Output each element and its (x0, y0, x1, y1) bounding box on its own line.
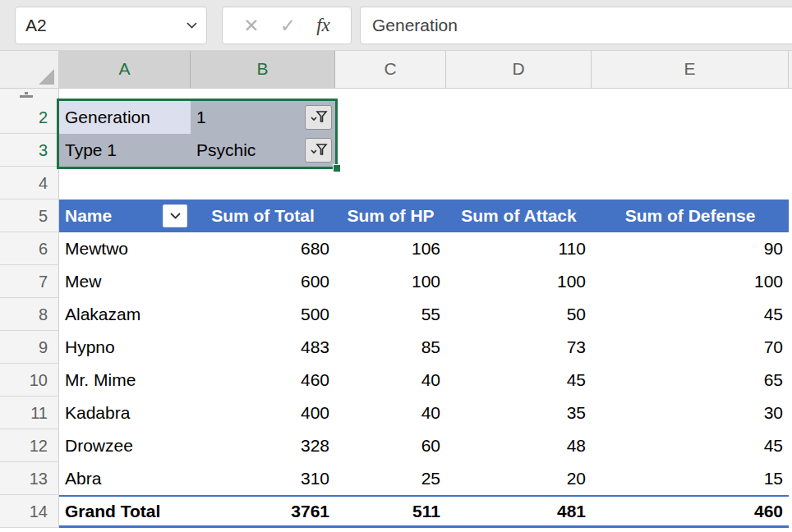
row-header-9[interactable]: 9 (0, 331, 59, 364)
pivot-value-cell[interactable]: 48 (446, 429, 592, 462)
formula-content: Generation (361, 16, 458, 35)
insert-function-icon[interactable]: fx (316, 15, 330, 36)
pivot-value-cell[interactable]: 40 (335, 364, 446, 397)
fill-handle[interactable] (333, 164, 341, 172)
pivot-name-cell[interactable]: Abra (59, 462, 191, 495)
pivot-name-cell[interactable]: Mr. Mime (59, 364, 191, 397)
formula-buttons: ✕ ✓ fx (222, 7, 352, 44)
pivot-value-cell[interactable]: 100 (446, 265, 592, 298)
pivot-value-cell[interactable]: 70 (592, 331, 789, 364)
pivot-header-row: Name Sum of Total Sum of HP Sum of Attac… (59, 200, 789, 232)
pivot-value-cell[interactable]: 483 (191, 331, 335, 364)
row-header-11[interactable]: 11 (0, 397, 59, 429)
cell-b3-filter-value[interactable]: Psychic (191, 134, 335, 167)
column-header-D[interactable]: D (446, 51, 592, 88)
row-header-14[interactable]: 14 (0, 495, 59, 528)
pivot-value-cell[interactable]: 680 (191, 232, 335, 265)
table-row: Drowzee328604845 (59, 429, 789, 462)
pivot-value-cell[interactable]: 73 (446, 331, 592, 364)
pivot-value-cell[interactable]: 85 (335, 331, 446, 364)
filter-value-text: Psychic (196, 140, 256, 159)
grand-total-total[interactable]: 3761 (191, 497, 335, 530)
pivot-value-cell[interactable]: 45 (592, 429, 789, 462)
filter-button-generation[interactable] (305, 105, 332, 130)
name-filter-dropdown-button[interactable] (163, 204, 187, 227)
cancel-icon[interactable]: ✕ (243, 15, 259, 37)
pivot-value-cell[interactable]: 500 (191, 298, 335, 331)
pivot-value-cell[interactable]: 100 (592, 265, 789, 298)
pivot-value-cell[interactable]: 20 (446, 462, 592, 495)
pivot-value-cell[interactable]: 45 (592, 298, 789, 331)
pivot-name-cell[interactable]: Kadabra (59, 397, 191, 429)
grand-total-attack[interactable]: 481 (446, 497, 592, 530)
column-headers: ABCDE (0, 51, 792, 89)
pivot-value-cell[interactable]: 310 (191, 462, 335, 495)
pivot-header-sum-total[interactable]: Sum of Total (191, 200, 335, 232)
pivot-value-cell[interactable]: 90 (592, 232, 789, 265)
pivot-value-cell[interactable]: 50 (446, 298, 592, 331)
row-header-10[interactable]: 10 (0, 364, 59, 397)
row-header-8[interactable]: 8 (0, 298, 59, 331)
confirm-icon[interactable]: ✓ (280, 15, 296, 37)
column-header-C[interactable]: C (335, 51, 446, 88)
pivot-value-cell[interactable]: 30 (592, 397, 789, 429)
pivot-header-sum-attack[interactable]: Sum of Attack (446, 200, 592, 232)
select-all-triangle-icon (39, 69, 54, 85)
chevron-down-icon (169, 212, 182, 220)
pivot-name-cell[interactable]: Drowzee (59, 429, 191, 462)
pivot-value-cell[interactable]: 328 (191, 429, 335, 462)
cell-a2-filter-label[interactable]: Generation (59, 101, 191, 134)
pivot-value-cell[interactable]: 110 (446, 232, 592, 265)
pivot-name-cell[interactable]: Hypno (59, 331, 191, 364)
pivot-name-cell[interactable]: Mewtwo (59, 232, 191, 265)
row-header-5[interactable]: 5 (0, 200, 59, 232)
pivot-value-cell[interactable]: 65 (592, 364, 789, 397)
grand-total-label[interactable]: Grand Total (59, 497, 191, 530)
pivot-value-cell[interactable]: 600 (191, 265, 335, 298)
pivot-value-cell[interactable]: 45 (446, 364, 592, 397)
pivot-value-cell[interactable]: 25 (335, 462, 446, 495)
pivot-name-cell[interactable]: Alakazam (59, 298, 191, 331)
grand-total-defense[interactable]: 460 (592, 497, 789, 530)
pivot-header-name[interactable]: Name (59, 200, 191, 232)
column-header-E[interactable]: E (592, 51, 789, 88)
pivot-value-cell[interactable]: 55 (335, 298, 446, 331)
row-header-1-hidden[interactable] (0, 89, 59, 101)
filter-button-type1[interactable] (305, 138, 332, 163)
excel-window: A2 ✕ ✓ fx Generation ABCDE 2345678910111… (0, 0, 792, 532)
pivot-value-cell[interactable]: 40 (335, 397, 446, 429)
name-box[interactable]: A2 (15, 7, 207, 44)
row-headers: 234567891011121314 (0, 101, 59, 528)
funnel-icon (309, 110, 329, 125)
pivot-value-cell[interactable]: 35 (446, 397, 592, 429)
pivot-value-cell[interactable]: 60 (335, 429, 446, 462)
row-header-7[interactable]: 7 (0, 265, 59, 298)
cell-a3-filter-label[interactable]: Type 1 (59, 134, 191, 167)
cell-b2-filter-value[interactable]: 1 (191, 101, 335, 134)
column-header-A[interactable]: A (59, 51, 191, 88)
pivot-value-cell[interactable]: 106 (335, 232, 446, 265)
pivot-header-sum-defense[interactable]: Sum of Defense (592, 200, 789, 232)
pivot-name-cell[interactable]: Mew (59, 265, 191, 298)
column-header-B[interactable]: B (191, 51, 335, 88)
select-all-corner[interactable] (0, 51, 59, 88)
row-header-13[interactable]: 13 (0, 462, 59, 495)
table-row: Mew600100100100 (59, 265, 789, 298)
grand-total-hp[interactable]: 511 (335, 497, 446, 530)
pivot-value-cell[interactable]: 15 (592, 462, 789, 495)
hidden-row-indicator-icon (20, 92, 33, 98)
formula-toolbar: A2 ✕ ✓ fx Generation (0, 0, 792, 51)
pivot-header-sum-hp[interactable]: Sum of HP (335, 200, 446, 232)
row-header-4[interactable]: 4 (0, 167, 59, 200)
pivot-value-cell[interactable]: 400 (191, 397, 335, 429)
funnel-icon (309, 143, 329, 158)
pivot-value-cell[interactable]: 460 (191, 364, 335, 397)
formula-bar[interactable]: Generation (360, 7, 792, 44)
name-box-chevron-down-icon[interactable] (186, 21, 198, 30)
pivot-value-cell[interactable]: 100 (335, 265, 446, 298)
row-header-2[interactable]: 2 (0, 101, 59, 134)
filter-value-text: 1 (196, 108, 206, 126)
row-header-6[interactable]: 6 (0, 232, 59, 265)
row-header-12[interactable]: 12 (0, 429, 59, 462)
row-header-3[interactable]: 3 (0, 134, 59, 167)
